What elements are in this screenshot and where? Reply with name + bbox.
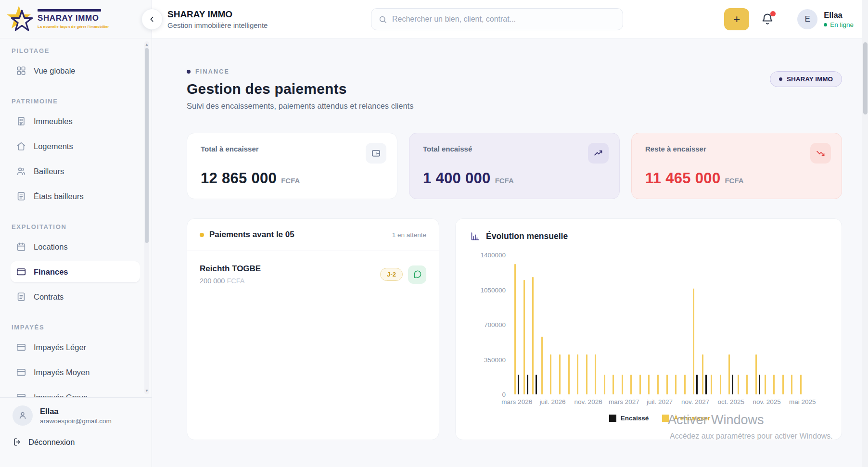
- person-icon: [18, 411, 27, 420]
- payment-actions: J-2: [380, 265, 426, 284]
- sidebar-item-contrats[interactable]: Contrats: [11, 286, 140, 307]
- sidebar-item-vue-globale[interactable]: Vue globale: [11, 60, 140, 81]
- chart: 035000070000010500001400000 mars 2026jui…: [470, 249, 827, 425]
- bar-group: [718, 255, 727, 394]
- x-axis-tick: mai 2025: [789, 398, 816, 405]
- bar-a-encaisser: [523, 280, 525, 394]
- bar-group: [780, 255, 789, 394]
- add-button[interactable]: +: [724, 8, 749, 30]
- sidebar-item-impayes-grave[interactable]: Impayés Grave: [11, 387, 140, 397]
- stat-value: 12 865 000: [201, 170, 277, 187]
- x-axis-tick: oct. 2025: [718, 398, 745, 405]
- legend-label: Encaissé: [621, 415, 649, 422]
- bar-group: [512, 255, 522, 394]
- bar-chart-icon: [470, 231, 480, 241]
- search-box[interactable]: [371, 8, 623, 30]
- sidebar-item-etats-bailleurs[interactable]: États bailleurs: [11, 186, 140, 207]
- scroll-down-icon[interactable]: ▼: [144, 389, 149, 393]
- sidebar-item-label: Contrats: [34, 292, 64, 302]
- sidebar-section-patrimoine: PATRIMOINEImmeublesLogementsBailleursÉta…: [11, 85, 140, 211]
- sidebar-item-bailleurs[interactable]: Bailleurs: [11, 161, 140, 182]
- x-axis-tick: mars 2026: [501, 398, 532, 405]
- page-title: Gestion des paiements: [187, 81, 842, 97]
- stat-value: 11 465 000: [645, 170, 720, 187]
- bar-group: [548, 255, 557, 394]
- sidebar-collapse-button[interactable]: [141, 9, 163, 30]
- sidebar-scrollbar[interactable]: ▲ ▼: [144, 41, 149, 394]
- stat-value: 1 400 000: [423, 170, 491, 187]
- stat-card-reste-a-encaisser: Reste à encaisser11 465 000FCFA: [631, 133, 842, 199]
- star-logo-icon: [7, 6, 34, 33]
- bar-a-encaisser: [765, 375, 766, 394]
- search-input[interactable]: [392, 15, 616, 24]
- bar-encaisse: [527, 375, 528, 394]
- sidebar-section-label: PILOTAGE: [12, 47, 140, 54]
- chevron-left-icon: [148, 15, 156, 23]
- bar-a-encaisser: [675, 375, 677, 394]
- bar-a-encaisser: [514, 264, 516, 394]
- sidebar-item-immeubles[interactable]: Immeubles: [11, 111, 140, 132]
- chat-button[interactable]: [408, 265, 426, 284]
- payment-client-name: Reichth TOGBE: [200, 264, 261, 274]
- sidebar-item-label: États bailleurs: [34, 192, 84, 201]
- delay-badge: J-2: [380, 268, 403, 281]
- sidebar-user[interactable]: Ellaa arawoespoir@gmail.com: [13, 405, 139, 426]
- payment-info: Reichth TOGBE200 000 FCFA: [200, 264, 261, 285]
- notification-badge: [770, 11, 776, 16]
- chart-bars: [512, 255, 807, 394]
- trend-up-icon: [588, 143, 609, 164]
- window-scrollbar[interactable]: [862, 0, 868, 467]
- users-icon: [16, 166, 26, 177]
- bar-a-encaisser: [684, 375, 686, 394]
- org-badge-label: SHARAY IMMO: [787, 76, 833, 83]
- bar-a-encaisser: [541, 337, 543, 394]
- sidebar-item-locations[interactable]: Locations: [11, 236, 140, 257]
- notifications-button[interactable]: [761, 13, 774, 26]
- app-subtitle: Gestion immobilière intelligente: [167, 21, 268, 29]
- bar-a-encaisser: [746, 375, 748, 394]
- sidebar-section-label: IMPAYÉS: [12, 324, 140, 331]
- bar-a-encaisser: [791, 375, 792, 394]
- x-axis-tick: juil. 2026: [539, 398, 565, 405]
- y-axis-tick: 700000: [484, 321, 506, 328]
- user-menu[interactable]: E Ellaa En ligne: [797, 9, 854, 29]
- bar-a-encaisser: [559, 354, 561, 394]
- legend-item-encaisse: Encaissé: [609, 415, 649, 422]
- window-scrollbar-thumb[interactable]: [863, 42, 868, 114]
- bar-a-encaisser: [711, 375, 712, 394]
- sidebar-section-impayes: IMPAYÉSImpayés LégerImpayés MoyenImpayés…: [11, 311, 140, 397]
- sidebar-item-finances[interactable]: Finances: [11, 261, 140, 282]
- sidebar-item-logements[interactable]: Logements: [11, 136, 140, 157]
- sidebar-item-impayes-moyen[interactable]: Impayés Moyen: [11, 362, 140, 383]
- payment-list-item[interactable]: Reichth TOGBE200 000 FCFAJ-2: [187, 251, 439, 298]
- sidebar-scrollbar-thumb[interactable]: [145, 48, 149, 243]
- chart-x-axis: mars 2026juil. 2026nov. 2026mars 2027jui…: [512, 398, 807, 408]
- logout-label: Déconnexion: [28, 438, 75, 447]
- scroll-up-icon[interactable]: ▲: [144, 42, 149, 47]
- bar-group: [789, 255, 798, 394]
- bar-a-encaisser: [702, 354, 703, 394]
- payment-amount: 200 000 FCFA: [200, 277, 261, 285]
- bar-encaisse: [759, 375, 760, 394]
- wallet-icon: [366, 143, 386, 164]
- sidebar-nav: PILOTAGEVue globalePATRIMOINEImmeublesLo…: [0, 38, 152, 397]
- bar-a-encaisser: [800, 375, 802, 394]
- bar-encaisse: [696, 375, 698, 394]
- app-title: SHARAY IMMO: [167, 9, 268, 20]
- legend-label: À encaisser: [674, 415, 710, 422]
- card-icon: [16, 266, 26, 277]
- x-axis-tick: mars 2027: [609, 398, 639, 405]
- sidebar: SHARAY IMMO La nouvelle façon de gérer l…: [0, 0, 152, 467]
- sidebar-item-impayes-leger[interactable]: Impayés Léger: [11, 337, 140, 358]
- org-badge[interactable]: SHARAY IMMO: [770, 71, 842, 87]
- x-axis-tick: nov. 2027: [681, 398, 709, 405]
- bar-group: [727, 255, 736, 394]
- bar-a-encaisser: [693, 289, 694, 394]
- bar-group: [530, 255, 539, 394]
- logout-button[interactable]: Déconnexion: [13, 437, 139, 447]
- stat-currency: FCFA: [495, 177, 514, 185]
- sidebar-section-exploitation: EXPLOITATIONLocationsFinancesContrats: [11, 211, 140, 311]
- online-dot: [824, 23, 827, 26]
- payment-amount-value: 200 000: [200, 277, 227, 285]
- bar-a-encaisser: [586, 354, 587, 394]
